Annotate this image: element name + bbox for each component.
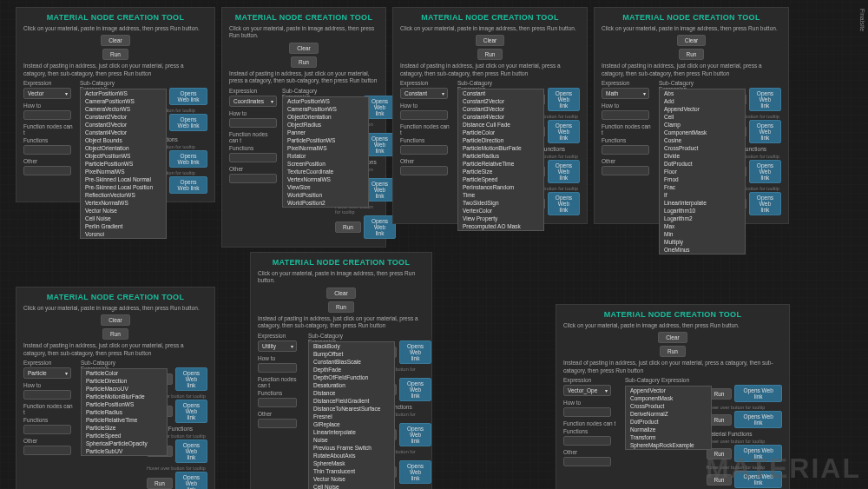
list-item[interactable]: DotProduct: [626, 418, 711, 426]
list-item[interactable]: Fresnel: [309, 413, 394, 420]
list-item[interactable]: VertexNormalWS: [81, 199, 166, 207]
expression-dropdown[interactable]: Vector: [23, 88, 71, 99]
list-item[interactable]: ParticleSubUV: [82, 447, 167, 455]
list-item[interactable]: ParticlePositionWS: [82, 400, 167, 408]
list-item[interactable]: ComponentMask: [660, 129, 745, 136]
subcat-list[interactable]: AbsAddAppendVectorCeilClampComponentMask…: [659, 89, 746, 254]
list-item[interactable]: CameraPositionWS: [81, 97, 166, 105]
list-item[interactable]: Multiply: [660, 238, 745, 246]
list-item[interactable]: Vector Noise: [81, 207, 166, 215]
list-item[interactable]: LinearInterpolate: [309, 428, 394, 436]
list-item[interactable]: Panner: [283, 129, 368, 136]
list-item[interactable]: ObjectPositionWS: [81, 152, 166, 160]
list-item[interactable]: Voronoi: [81, 230, 166, 238]
list-item[interactable]: DepthOfFieldFunction: [309, 373, 394, 381]
list-item[interactable]: Previous Frame Switch: [309, 444, 394, 452]
list-item[interactable]: ParticleColor: [458, 129, 543, 136]
list-item[interactable]: ObjectOrientation: [81, 144, 166, 152]
list-item[interactable]: ParticleRelativeTime: [82, 416, 167, 424]
list-item[interactable]: OneMinus: [660, 246, 745, 254]
subcat-list[interactable]: ParticleColorParticleDirectionParticleMa…: [81, 368, 168, 456]
list-item[interactable]: VertexColor: [458, 207, 543, 215]
list-item[interactable]: DeriveNormalZ: [626, 410, 711, 418]
howto-input[interactable]: [23, 110, 71, 120]
list-item[interactable]: SphereMask: [309, 459, 394, 467]
list-item[interactable]: CameraPositionWS: [283, 105, 368, 113]
list-item[interactable]: View Property: [458, 215, 543, 222]
list-item[interactable]: Cosine: [660, 136, 745, 144]
list-item[interactable]: SphericalParticleOpacity: [82, 439, 167, 447]
list-item[interactable]: Floor: [660, 168, 745, 175]
clear-button[interactable]: Clear: [289, 43, 319, 54]
list-item[interactable]: ParticleDirection: [458, 136, 543, 144]
list-item[interactable]: ViewSize: [283, 183, 368, 191]
list-item[interactable]: ParticleColor: [82, 369, 167, 377]
subcat-list[interactable]: ConstantConstant2VectorConstant3VectorCo…: [457, 89, 544, 231]
list-item[interactable]: AppendVector: [626, 387, 711, 394]
expression-dropdown[interactable]: Math: [602, 88, 649, 99]
list-item[interactable]: Noise: [309, 436, 394, 444]
list-item[interactable]: Max: [660, 222, 745, 230]
run-button[interactable]: Run: [291, 56, 317, 68]
list-item[interactable]: ConstantBiasScale: [309, 358, 394, 366]
list-item[interactable]: Constant3Vector: [458, 105, 543, 113]
list-item[interactable]: Abs: [660, 89, 745, 97]
expression-dropdown[interactable]: Utility: [258, 340, 297, 352]
web-link-button[interactable]: Opens Web link: [169, 150, 207, 168]
list-item[interactable]: Logarithm2: [660, 215, 745, 222]
list-item[interactable]: Logarithm10: [660, 207, 745, 215]
list-item[interactable]: ParticlePositionWS: [283, 136, 368, 144]
list-item[interactable]: Distance: [309, 389, 394, 397]
expression-dropdown[interactable]: Vector_Ope: [563, 385, 611, 396]
list-item[interactable]: Perlin Gradient: [81, 222, 166, 230]
list-item[interactable]: CrossProduct: [660, 144, 745, 152]
list-item[interactable]: Distance Cull Fade: [458, 121, 543, 129]
list-item[interactable]: BlackBody: [309, 342, 394, 350]
list-item[interactable]: Constant2Vector: [458, 97, 543, 105]
list-item[interactable]: Object Bounds: [81, 136, 166, 144]
list-item[interactable]: Min: [660, 230, 745, 238]
list-item[interactable]: PixelNormalWS: [81, 168, 166, 175]
list-item[interactable]: Precomputed AO Mask: [458, 222, 543, 230]
list-item[interactable]: ScreenPosition: [283, 160, 368, 168]
subcat-list[interactable]: ActorPositionWSCameraPositionWSCameraVec…: [80, 89, 167, 239]
list-item[interactable]: Vector Noise: [309, 475, 394, 483]
list-item[interactable]: ParticleDirection: [82, 377, 167, 385]
web-link-button[interactable]: Opens Web link: [169, 88, 207, 105]
list-item[interactable]: PixelNormalWS: [283, 144, 368, 152]
list-item[interactable]: Normalize: [626, 426, 711, 433]
list-item[interactable]: ActorPositionWS: [81, 89, 166, 97]
list-item[interactable]: ComponentMask: [626, 394, 711, 402]
list-item[interactable]: Clamp: [660, 121, 745, 129]
list-item[interactable]: DistanceFieldGradient: [309, 397, 394, 405]
subcat-list[interactable]: ActorPositionWSCameraPositionWSObjectOri…: [282, 96, 369, 208]
list-item[interactable]: ObjectOrientation: [283, 113, 368, 121]
list-item[interactable]: Constant4Vector: [458, 113, 543, 121]
list-item[interactable]: ObjectRadius: [283, 121, 368, 129]
list-item[interactable]: AppendVector: [660, 105, 745, 113]
list-item[interactable]: Pre-Skinned Local Position: [81, 183, 166, 191]
list-item[interactable]: TwoSidedSign: [458, 199, 543, 207]
list-item[interactable]: Constant3Vector: [81, 121, 166, 129]
list-item[interactable]: VertexNormalWS: [283, 175, 368, 183]
web-link-button[interactable]: Opens Web link: [169, 114, 207, 131]
list-item[interactable]: ParticleRadius: [82, 408, 167, 416]
list-item[interactable]: Rotator: [283, 152, 368, 160]
subcat-list[interactable]: BlackBodyBumpOffsetConstantBiasScaleDept…: [308, 341, 395, 489]
list-item[interactable]: Fmod: [660, 175, 745, 183]
list-item[interactable]: Frac: [660, 183, 745, 191]
list-item[interactable]: SphereMapRockExample: [626, 441, 711, 449]
web-link-button[interactable]: Opens Web link: [169, 176, 207, 194]
list-item[interactable]: ParticleMotionBlurFade: [82, 393, 167, 400]
list-item[interactable]: Desaturation: [309, 381, 394, 389]
list-item[interactable]: Cell Noise: [81, 215, 166, 222]
expression-dropdown[interactable]: Coordinates: [229, 96, 277, 107]
list-item[interactable]: Transform: [626, 433, 711, 441]
list-item[interactable]: CameraVectorWS: [81, 105, 166, 113]
list-item[interactable]: Pre-Skinned Local Normal: [81, 175, 166, 183]
list-item[interactable]: RotateAboutAxis: [309, 452, 394, 459]
run-button[interactable]: Run: [102, 49, 128, 60]
list-item[interactable]: ReflectionVectorWS: [81, 191, 166, 199]
functions-input[interactable]: [23, 145, 71, 155]
list-item[interactable]: BumpOffset: [309, 350, 394, 358]
